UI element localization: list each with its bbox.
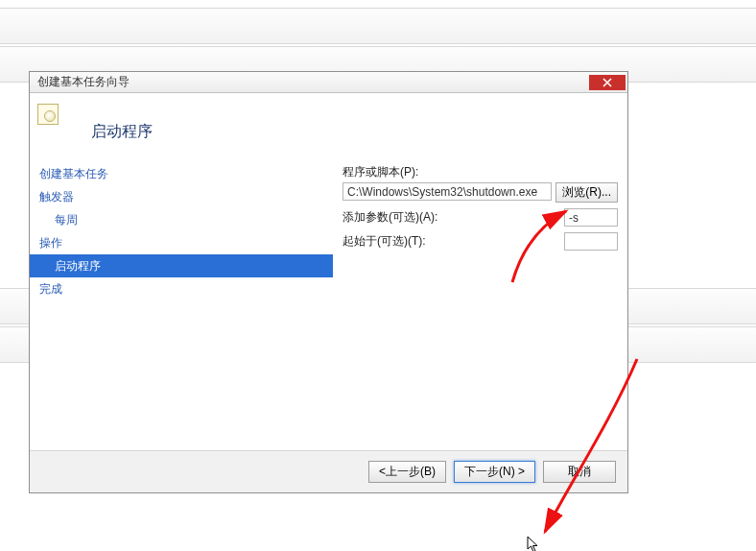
- args-input[interactable]: [564, 208, 618, 227]
- startin-label: 起始于(可选)(T):: [343, 233, 426, 250]
- page-title: 启动程序: [72, 112, 153, 142]
- sidebar-item-finish[interactable]: 完成: [30, 277, 333, 300]
- page-header: 启动程序: [30, 93, 627, 160]
- next-button[interactable]: 下一步(N) >: [454, 461, 535, 483]
- sidebar-item-create-task[interactable]: 创建基本任务: [30, 162, 333, 185]
- close-icon: [602, 78, 612, 87]
- wizard-icon: [37, 104, 59, 125]
- back-button[interactable]: <上一步(B): [368, 461, 446, 483]
- startin-input[interactable]: [564, 232, 618, 251]
- dialog-footer: <上一步(B) 下一步(N) > 取消: [30, 450, 627, 492]
- form-area: 程序或脚本(P): 浏览(R)... 添加参数(可选)(A): 起始于(可选)(…: [333, 160, 627, 450]
- wizard-dialog: 创建基本任务向导 启动程序 创建基本任务 触发器 每周 操作 启动程序 完成 程…: [29, 71, 628, 493]
- dialog-title: 创建基本任务向导: [37, 74, 130, 90]
- close-button[interactable]: [589, 75, 626, 90]
- program-label: 程序或脚本(P):: [343, 164, 618, 182]
- cursor-icon: [527, 536, 540, 551]
- browse-button[interactable]: 浏览(R)...: [555, 182, 618, 203]
- sidebar-item-trigger[interactable]: 触发器: [30, 185, 333, 208]
- args-label: 添加参数(可选)(A):: [343, 209, 437, 226]
- dialog-body: 创建基本任务 触发器 每周 操作 启动程序 完成 程序或脚本(P): 浏览(R)…: [30, 160, 627, 450]
- titlebar: 创建基本任务向导: [30, 72, 627, 93]
- sidebar-item-weekly[interactable]: 每周: [30, 208, 333, 231]
- bg-band: [0, 8, 756, 44]
- sidebar-item-start-program[interactable]: 启动程序: [30, 254, 333, 277]
- wizard-sidebar: 创建基本任务 触发器 每周 操作 启动程序 完成: [30, 160, 333, 450]
- cancel-button[interactable]: 取消: [543, 461, 616, 483]
- sidebar-item-action[interactable]: 操作: [30, 231, 333, 254]
- program-path-input[interactable]: [343, 182, 552, 201]
